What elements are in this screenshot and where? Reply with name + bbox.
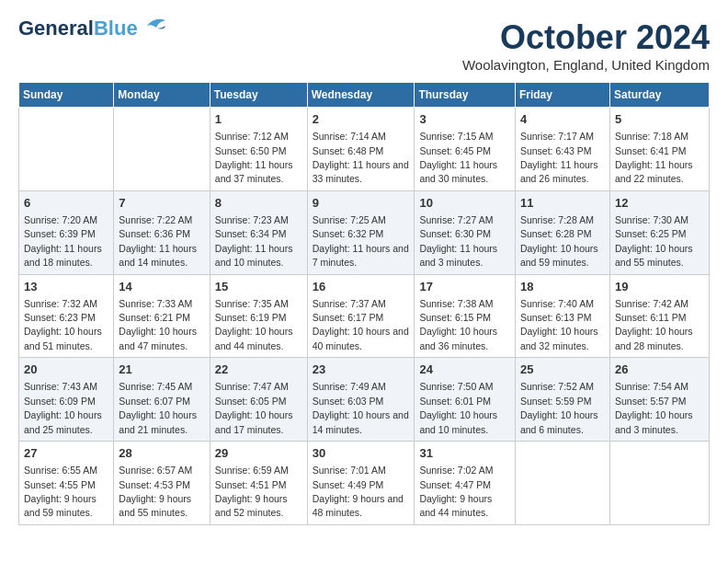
day-number: 9 xyxy=(313,195,410,212)
calendar-cell: 13Sunrise: 7:32 AMSunset: 6:23 PMDayligh… xyxy=(19,274,114,358)
sunrise-text: Sunrise: 6:55 AMSunset: 4:55 PMDaylight:… xyxy=(24,465,97,518)
sunrise-text: Sunrise: 7:49 AMSunset: 6:03 PMDaylight:… xyxy=(313,381,409,434)
sunrise-text: Sunrise: 7:25 AMSunset: 6:32 PMDaylight:… xyxy=(313,214,409,268)
sunrise-text: Sunrise: 7:27 AMSunset: 6:30 PMDaylight:… xyxy=(419,214,497,268)
calendar-cell: 3Sunrise: 7:15 AMSunset: 6:45 PMDaylight… xyxy=(415,108,516,191)
sunrise-text: Sunrise: 7:42 AMSunset: 6:11 PMDaylight:… xyxy=(615,298,693,351)
calendar-cell xyxy=(114,108,210,191)
logo-bird-icon xyxy=(140,15,169,35)
sunrise-text: Sunrise: 7:17 AMSunset: 6:43 PMDaylight:… xyxy=(520,131,598,184)
calendar-cell: 9Sunrise: 7:25 AMSunset: 6:32 PMDaylight… xyxy=(307,190,415,274)
day-number: 10 xyxy=(419,195,510,212)
day-number: 18 xyxy=(520,279,605,295)
location: Woolavington, England, United Kingdom xyxy=(462,57,710,73)
weekday-header: Thursday xyxy=(415,83,516,108)
calendar-cell xyxy=(515,442,609,525)
calendar-cell: 21Sunrise: 7:45 AMSunset: 6:07 PMDayligh… xyxy=(114,358,210,442)
weekday-header: Wednesday xyxy=(307,83,415,108)
calendar-cell: 11Sunrise: 7:28 AMSunset: 6:28 PMDayligh… xyxy=(515,190,609,274)
weekday-header: Tuesday xyxy=(210,83,307,108)
calendar-cell: 17Sunrise: 7:38 AMSunset: 6:15 PMDayligh… xyxy=(415,274,516,358)
calendar-cell: 15Sunrise: 7:35 AMSunset: 6:19 PMDayligh… xyxy=(210,274,307,358)
sunrise-text: Sunrise: 7:22 AMSunset: 6:36 PMDaylight:… xyxy=(119,214,197,268)
weekday-header-row: SundayMondayTuesdayWednesdayThursdayFrid… xyxy=(19,83,710,108)
day-number: 31 xyxy=(419,445,510,462)
sunrise-text: Sunrise: 7:28 AMSunset: 6:28 PMDaylight:… xyxy=(520,214,598,268)
weekday-header: Sunday xyxy=(19,83,114,108)
sunrise-text: Sunrise: 7:35 AMSunset: 6:19 PMDaylight:… xyxy=(215,298,293,351)
calendar-cell: 1Sunrise: 7:12 AMSunset: 6:50 PMDaylight… xyxy=(210,108,307,191)
calendar-cell: 10Sunrise: 7:27 AMSunset: 6:30 PMDayligh… xyxy=(415,190,516,274)
day-number: 30 xyxy=(313,445,410,462)
calendar-cell: 20Sunrise: 7:43 AMSunset: 6:09 PMDayligh… xyxy=(19,358,114,442)
calendar-cell xyxy=(609,442,709,525)
day-number: 26 xyxy=(615,362,704,378)
logo: GeneralBlue xyxy=(18,18,169,39)
calendar-cell xyxy=(19,108,114,191)
sunrise-text: Sunrise: 7:32 AMSunset: 6:23 PMDaylight:… xyxy=(24,298,102,351)
logo-general: General xyxy=(18,17,94,40)
day-number: 19 xyxy=(615,279,704,295)
day-number: 27 xyxy=(24,445,108,462)
day-number: 20 xyxy=(24,362,108,378)
sunrise-text: Sunrise: 7:50 AMSunset: 6:01 PMDaylight:… xyxy=(419,381,497,434)
day-number: 7 xyxy=(119,195,204,212)
day-number: 5 xyxy=(615,111,704,128)
sunrise-text: Sunrise: 7:40 AMSunset: 6:13 PMDaylight:… xyxy=(520,298,598,351)
calendar-cell: 22Sunrise: 7:47 AMSunset: 6:05 PMDayligh… xyxy=(210,358,307,442)
sunrise-text: Sunrise: 7:38 AMSunset: 6:15 PMDaylight:… xyxy=(419,298,497,351)
calendar-week-row: 6Sunrise: 7:20 AMSunset: 6:39 PMDaylight… xyxy=(19,190,710,274)
calendar-week-row: 27Sunrise: 6:55 AMSunset: 4:55 PMDayligh… xyxy=(19,442,710,525)
sunrise-text: Sunrise: 7:02 AMSunset: 4:47 PMDaylight:… xyxy=(419,465,493,518)
sunrise-text: Sunrise: 7:52 AMSunset: 5:59 PMDaylight:… xyxy=(520,381,598,434)
day-number: 16 xyxy=(313,279,410,295)
calendar-cell: 14Sunrise: 7:33 AMSunset: 6:21 PMDayligh… xyxy=(114,274,210,358)
sunrise-text: Sunrise: 7:33 AMSunset: 6:21 PMDaylight:… xyxy=(119,298,197,351)
sunrise-text: Sunrise: 7:12 AMSunset: 6:50 PMDaylight:… xyxy=(215,131,293,184)
calendar-table: SundayMondayTuesdayWednesdayThursdayFrid… xyxy=(18,82,710,525)
day-number: 22 xyxy=(215,362,302,378)
calendar-cell: 27Sunrise: 6:55 AMSunset: 4:55 PMDayligh… xyxy=(19,442,114,525)
sunrise-text: Sunrise: 7:01 AMSunset: 4:49 PMDaylight:… xyxy=(313,465,404,518)
sunrise-text: Sunrise: 7:23 AMSunset: 6:34 PMDaylight:… xyxy=(215,214,293,268)
calendar-cell: 18Sunrise: 7:40 AMSunset: 6:13 PMDayligh… xyxy=(515,274,609,358)
calendar-cell: 30Sunrise: 7:01 AMSunset: 4:49 PMDayligh… xyxy=(307,442,415,525)
sunrise-text: Sunrise: 7:45 AMSunset: 6:07 PMDaylight:… xyxy=(119,381,197,434)
day-number: 14 xyxy=(119,279,204,295)
calendar-cell: 26Sunrise: 7:54 AMSunset: 5:57 PMDayligh… xyxy=(609,358,709,442)
calendar-cell: 24Sunrise: 7:50 AMSunset: 6:01 PMDayligh… xyxy=(415,358,516,442)
sunrise-text: Sunrise: 7:47 AMSunset: 6:05 PMDaylight:… xyxy=(215,381,293,434)
day-number: 15 xyxy=(215,279,302,295)
sunrise-text: Sunrise: 6:59 AMSunset: 4:51 PMDaylight:… xyxy=(215,465,289,518)
page-header: GeneralBlue October 2024 Woolavington, E… xyxy=(18,18,710,73)
day-number: 12 xyxy=(615,195,704,212)
day-number: 23 xyxy=(313,362,410,378)
calendar-cell: 25Sunrise: 7:52 AMSunset: 5:59 PMDayligh… xyxy=(515,358,609,442)
calendar-cell: 6Sunrise: 7:20 AMSunset: 6:39 PMDaylight… xyxy=(19,190,114,274)
calendar-cell: 28Sunrise: 6:57 AMSunset: 4:53 PMDayligh… xyxy=(114,442,210,525)
calendar-cell: 23Sunrise: 7:49 AMSunset: 6:03 PMDayligh… xyxy=(307,358,415,442)
day-number: 21 xyxy=(119,362,204,378)
sunrise-text: Sunrise: 7:15 AMSunset: 6:45 PMDaylight:… xyxy=(419,131,497,184)
day-number: 1 xyxy=(215,111,302,128)
sunrise-text: Sunrise: 7:18 AMSunset: 6:41 PMDaylight:… xyxy=(615,131,693,184)
sunrise-text: Sunrise: 7:20 AMSunset: 6:39 PMDaylight:… xyxy=(24,214,102,268)
day-number: 6 xyxy=(24,195,108,212)
weekday-header: Monday xyxy=(114,83,210,108)
day-number: 17 xyxy=(419,279,510,295)
day-number: 2 xyxy=(313,111,410,128)
day-number: 24 xyxy=(419,362,510,378)
day-number: 25 xyxy=(520,362,605,378)
sunrise-text: Sunrise: 7:54 AMSunset: 5:57 PMDaylight:… xyxy=(615,381,693,434)
calendar-cell: 8Sunrise: 7:23 AMSunset: 6:34 PMDaylight… xyxy=(210,190,307,274)
calendar-cell: 16Sunrise: 7:37 AMSunset: 6:17 PMDayligh… xyxy=(307,274,415,358)
calendar-cell: 4Sunrise: 7:17 AMSunset: 6:43 PMDaylight… xyxy=(515,108,609,191)
calendar-cell: 31Sunrise: 7:02 AMSunset: 4:47 PMDayligh… xyxy=(415,442,516,525)
day-number: 29 xyxy=(215,445,302,462)
day-number: 4 xyxy=(520,111,605,128)
weekday-header: Friday xyxy=(515,83,609,108)
sunrise-text: Sunrise: 7:30 AMSunset: 6:25 PMDaylight:… xyxy=(615,214,693,268)
calendar-week-row: 13Sunrise: 7:32 AMSunset: 6:23 PMDayligh… xyxy=(19,274,710,358)
day-number: 11 xyxy=(520,195,605,212)
day-number: 28 xyxy=(119,445,204,462)
